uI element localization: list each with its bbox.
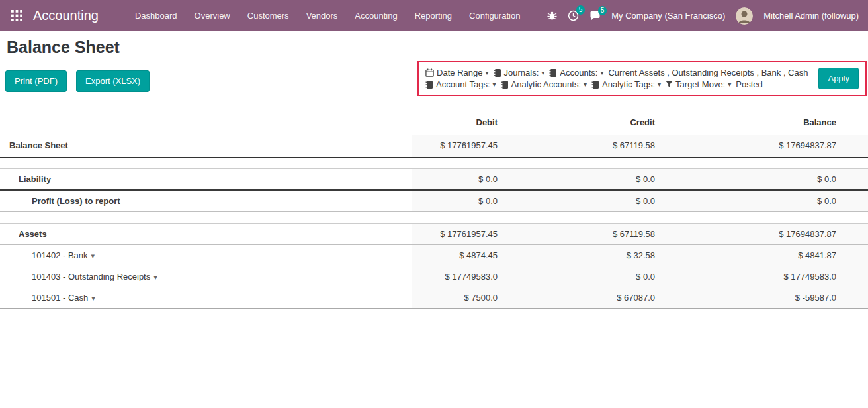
table-row: Balance Sheet $ 17761957.45 $ 67119.58 $… xyxy=(0,135,868,157)
app-name[interactable]: Accounting xyxy=(33,8,99,23)
page-title: Balance Sheet xyxy=(0,38,868,57)
target-move-label: Target Move: xyxy=(675,79,725,89)
cell-balance: $ 17694837.87 xyxy=(670,135,868,157)
user-avatar[interactable] xyxy=(736,7,753,25)
top-menu-item[interactable]: Dashboard xyxy=(126,0,186,31)
journal-icon xyxy=(494,69,501,77)
analytic-accounts-filter[interactable]: Analytic Accounts: ▾ xyxy=(501,79,587,89)
chevron-down-icon: ▾ xyxy=(485,69,488,76)
apply-button[interactable]: Apply xyxy=(818,68,859,89)
top-menu-item[interactable]: Reporting xyxy=(406,0,460,31)
account-dropdown-caret[interactable]: ▾ xyxy=(91,294,95,302)
journals-label: Journals: xyxy=(504,68,539,77)
row-label: Balance Sheet xyxy=(9,140,68,150)
date-range-filter[interactable]: Date Range ▾ xyxy=(425,68,488,77)
systray: 5 5 My Company (San Francisco) Mitchell … xyxy=(547,7,859,25)
journal-icon xyxy=(591,81,599,89)
top-menu-item[interactable]: Vendors xyxy=(298,0,347,31)
target-move-selected-value: Posted xyxy=(736,79,762,89)
row-label: 101501 - Cash xyxy=(32,293,88,303)
account-dropdown-caret[interactable]: ▾ xyxy=(153,273,157,281)
export-xlsx-button[interactable]: Export (XLSX) xyxy=(76,70,150,92)
cell-debit: $ 0.0 xyxy=(412,169,511,191)
balance-sheet-table: Debit Credit Balance Balance Sheet $ 177… xyxy=(0,117,868,309)
accounts-label: Accounts: xyxy=(560,68,597,77)
top-menu-item[interactable]: Accounting xyxy=(346,0,406,31)
cell-credit: $ 67119.58 xyxy=(511,135,670,157)
spacer-row xyxy=(0,157,868,169)
company-switcher[interactable]: My Company (San Francisco) xyxy=(611,11,725,21)
chevron-down-icon: ▾ xyxy=(658,81,661,88)
date-range-label: Date Range xyxy=(437,68,482,77)
top-navbar: Accounting DashboardOverviewCustomersVen… xyxy=(0,0,868,31)
cell-debit: $ 17749583.0 xyxy=(412,266,511,287)
journal-icon xyxy=(549,69,557,77)
chevron-down-icon: ▾ xyxy=(541,69,544,76)
report-rows: Balance Sheet $ 17761957.45 $ 67119.58 $… xyxy=(0,135,868,309)
activities-clock-icon[interactable]: 5 xyxy=(568,10,579,21)
cell-credit: $ 67119.58 xyxy=(511,224,670,245)
journals-filter[interactable]: Journals: ▾ xyxy=(494,68,545,77)
row-name-cell: 101501 - Cash▾ xyxy=(0,287,412,309)
message-count-badge: 5 xyxy=(598,6,607,15)
row-label: 101403 - Outstanding Receipts xyxy=(32,272,150,281)
balance-column-header: Balance xyxy=(670,117,868,135)
debit-column-header: Debit xyxy=(412,117,511,135)
table-header-row: Debit Credit Balance xyxy=(0,117,868,135)
filter-highlight-box: Date Range ▾ Journals: ▾ A xyxy=(417,61,867,96)
cell-credit: $ 32.58 xyxy=(511,245,670,266)
target-move-filter[interactable]: Target Move: ▾ xyxy=(666,79,731,89)
apps-grid-icon[interactable] xyxy=(9,9,24,23)
account-tags-label: Account Tags: xyxy=(436,79,490,89)
account-dropdown-caret[interactable]: ▾ xyxy=(91,252,95,260)
cell-credit: $ 0.0 xyxy=(511,169,670,191)
bug-icon[interactable] xyxy=(547,11,557,21)
table-row: Liability $ 0.0 $ 0.0 $ 0.0 xyxy=(0,169,868,191)
controls-row: Print (PDF) Export (XLSX) Date Range ▾ xyxy=(0,61,868,96)
top-menu-item[interactable]: Customers xyxy=(239,0,298,31)
activity-count-badge: 5 xyxy=(576,5,586,15)
cell-credit: $ 0.0 xyxy=(511,266,670,287)
journal-icon xyxy=(501,81,509,89)
table-row: 101403 - Outstanding Receipts▾ $ 1774958… xyxy=(0,266,868,287)
page-content: Balance Sheet Print (PDF) Export (XLSX) … xyxy=(0,31,868,309)
calendar-icon xyxy=(425,68,434,77)
table-row: Profit (Loss) to report $ 0.0 $ 0.0 $ 0.… xyxy=(0,190,868,212)
row-label: Assets xyxy=(19,229,47,239)
chevron-down-icon: ▾ xyxy=(493,81,496,88)
analytic-tags-label: Analytic Tags: xyxy=(602,79,655,89)
analytic-tags-filter[interactable]: Analytic Tags: ▾ xyxy=(591,79,661,89)
accounts-filter[interactable]: Accounts: ▾ xyxy=(549,68,603,77)
print-pdf-button[interactable]: Print (PDF) xyxy=(5,70,67,92)
cell-balance: $ 17749583.0 xyxy=(670,266,868,287)
row-name-cell: 101402 - Bank▾ xyxy=(0,245,412,266)
cell-balance: $ 4841.87 xyxy=(670,245,868,266)
row-name-cell: Profit (Loss) to report xyxy=(0,190,412,212)
journal-icon xyxy=(425,81,433,89)
spacer-row xyxy=(0,212,868,224)
chevron-down-icon: ▾ xyxy=(600,69,603,76)
cell-balance: $ -59587.0 xyxy=(670,287,868,309)
table-row: 101402 - Bank▾ $ 4874.45 $ 32.58 $ 4841.… xyxy=(0,245,868,266)
row-name-cell: Balance Sheet xyxy=(0,135,412,157)
top-menu-item[interactable]: Configuration xyxy=(460,0,529,31)
row-name-cell: 101403 - Outstanding Receipts▾ xyxy=(0,266,412,287)
cell-balance: $ 0.0 xyxy=(670,190,868,212)
cell-debit: $ 17761957.45 xyxy=(412,224,511,245)
filter-line-1: Date Range ▾ Journals: ▾ A xyxy=(425,68,808,77)
cell-credit: $ 67087.0 xyxy=(511,287,670,309)
cell-debit: $ 17761957.45 xyxy=(412,135,511,157)
analytic-accounts-label: Analytic Accounts: xyxy=(511,79,582,89)
table-row: Assets $ 17761957.45 $ 67119.58 $ 176948… xyxy=(0,224,868,245)
top-menu-item[interactable]: Overview xyxy=(186,0,239,31)
action-buttons: Print (PDF) Export (XLSX) xyxy=(5,70,150,92)
user-menu[interactable]: Mitchell Admin (followup) xyxy=(763,11,859,21)
messages-chat-icon[interactable]: 5 xyxy=(589,11,601,21)
top-menu: DashboardOverviewCustomersVendorsAccount… xyxy=(126,0,529,31)
cell-debit: $ 7500.0 xyxy=(412,287,511,309)
credit-column-header: Credit xyxy=(511,117,670,135)
account-tags-filter[interactable]: Account Tags: ▾ xyxy=(425,79,496,89)
filter-lines: Date Range ▾ Journals: ▾ A xyxy=(425,68,808,89)
name-column-header xyxy=(0,117,412,135)
cell-credit: $ 0.0 xyxy=(511,190,670,212)
